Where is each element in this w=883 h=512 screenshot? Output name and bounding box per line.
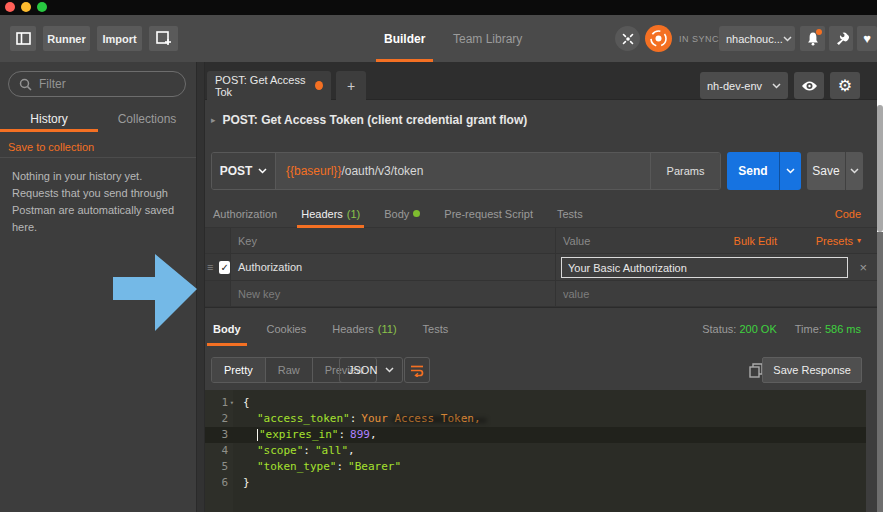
response-tab-cookies[interactable]: Cookies	[267, 308, 307, 350]
save-options-button[interactable]	[845, 152, 863, 190]
copy-icon	[749, 363, 763, 378]
code-line-6: }	[233, 475, 866, 491]
chevron-down-icon	[850, 168, 859, 174]
response-body-editor[interactable]: 1▾ 2 3 4 5 6 { "access_token":Your Acces…	[205, 390, 866, 512]
top-toolbar: Runner Import Builder Team Library	[0, 15, 877, 62]
tab-authorization[interactable]: Authorization	[213, 200, 277, 228]
chevron-down-icon	[783, 36, 792, 42]
time-value: 586 ms	[825, 323, 861, 335]
interceptor-capture-icon	[620, 31, 636, 47]
response-tab-tests[interactable]: Tests	[423, 308, 449, 350]
response-json-code: { "access_token":Your Access Token, "exp…	[233, 395, 866, 491]
tab-headers[interactable]: Headers (1)	[301, 200, 360, 228]
environment-dropdown[interactable]: nh-dev-env	[700, 72, 788, 99]
sync-icon	[648, 28, 669, 49]
page-scrollbar	[877, 0, 883, 512]
code-line-3: "expires_in":899,	[233, 427, 866, 443]
response-tab-body[interactable]: Body	[213, 308, 241, 350]
generate-code-link[interactable]: Code	[835, 208, 861, 220]
response-format-dropdown[interactable]: JSON	[339, 357, 403, 383]
url-input[interactable]: {{baseurl}} /oauth/v3/token	[276, 153, 650, 189]
drag-handle-icon[interactable]: ≡	[207, 261, 213, 273]
status-value: 200 OK	[739, 323, 776, 335]
sidebar-resize-divider[interactable]	[196, 62, 205, 512]
http-method-dropdown[interactable]: POST	[212, 153, 276, 189]
new-value-input[interactable]	[563, 288, 852, 300]
scrollbar-track	[877, 232, 883, 512]
save-response-button[interactable]: Save Response	[762, 357, 862, 383]
wrench-icon	[834, 31, 849, 46]
response-tab-headers[interactable]: Headers (11)	[332, 308, 396, 350]
sidebar-toggle-button[interactable]	[10, 26, 36, 51]
favorites-button[interactable]: ♥	[857, 26, 877, 51]
unsaved-dot-icon	[315, 81, 323, 90]
notifications-button[interactable]	[800, 26, 825, 51]
settings-wrench-button[interactable]	[829, 26, 853, 51]
view-pretty-button[interactable]: Pretty	[212, 358, 265, 382]
request-tab[interactable]: POST: Get Access Tok	[207, 71, 331, 100]
header-key-cell[interactable]: Authorization	[231, 254, 555, 280]
code-line-2: "access_token":Your Access Token,	[233, 411, 866, 427]
response-meta: Status: 200 OK Time: 586 ms	[702, 323, 861, 335]
sync-status-button[interactable]	[645, 25, 672, 52]
body-filled-dot-icon	[413, 210, 420, 217]
save-to-collection-link[interactable]: Save to collection	[8, 141, 94, 153]
code-line-5: "token_type":"Bearer"	[233, 459, 866, 475]
new-key-cell	[231, 281, 555, 306]
heart-icon: ♥	[863, 31, 871, 46]
new-window-icon	[156, 31, 172, 46]
chevron-down-icon	[385, 367, 394, 373]
new-key-input[interactable]	[238, 288, 523, 300]
request-tabstrip: POST: Get Access Tok + nh-dev-env	[205, 62, 877, 100]
delete-row-button[interactable]: ×	[859, 260, 867, 275]
text-cursor	[257, 429, 258, 441]
import-button[interactable]: Import	[97, 26, 142, 51]
new-request-tab-button[interactable]: +	[336, 71, 366, 100]
postman-app-screenshot: Runner Import Builder Team Library	[0, 0, 883, 512]
row-enabled-checkbox[interactable]: ✓	[219, 261, 230, 274]
app-window: Runner Import Builder Team Library	[0, 0, 877, 512]
send-options-button[interactable]	[779, 152, 801, 190]
runner-button[interactable]: Runner	[43, 26, 90, 51]
sidebar-toggle-icon	[16, 32, 31, 45]
tab-body[interactable]: Body	[384, 200, 420, 228]
request-title: POST: Get Access Token (client credentia…	[223, 113, 528, 127]
tab-team-library[interactable]: Team Library	[453, 15, 522, 62]
minimize-window-button[interactable]	[21, 2, 31, 12]
close-window-button[interactable]	[5, 2, 15, 12]
settings-gear-button[interactable]: ⚙	[830, 72, 860, 99]
redaction-smudge	[469, 418, 487, 423]
params-button[interactable]: Params	[650, 153, 720, 189]
environment-quicklook-button[interactable]	[794, 72, 824, 99]
disclosure-triangle-icon[interactable]: ▸	[211, 115, 216, 125]
maximize-window-button[interactable]	[37, 2, 47, 12]
response-tabs: Body Cookies Headers (11) Tests Status: …	[205, 307, 877, 350]
header-value-input[interactable]	[561, 257, 848, 278]
filter-search-box[interactable]	[8, 71, 186, 97]
scrollbar-thumb[interactable]	[877, 105, 883, 232]
history-tab-underline	[0, 129, 98, 132]
url-path: /oauth/v3/token	[341, 164, 423, 178]
caret-down-icon: ▾	[857, 236, 861, 245]
tab-tests[interactable]: Tests	[557, 200, 583, 228]
status-label: Status:	[702, 323, 736, 335]
save-button[interactable]: Save	[807, 152, 845, 190]
send-button[interactable]: Send	[727, 152, 779, 190]
filter-input[interactable]	[39, 77, 175, 91]
headers-count-badge: (1)	[347, 208, 360, 220]
http-method: POST	[220, 164, 253, 178]
chevron-down-icon	[772, 83, 781, 89]
wrap-text-button[interactable]	[404, 357, 430, 383]
username: nhachouc...	[726, 33, 783, 45]
row-handle-cell	[205, 281, 231, 306]
tab-prerequest-script[interactable]: Pre-request Script	[444, 200, 533, 228]
interceptor-button[interactable]	[615, 26, 640, 51]
tab-builder[interactable]: Builder	[384, 15, 425, 62]
new-window-button[interactable]	[149, 26, 178, 51]
presets-dropdown[interactable]: Presets ▾	[816, 235, 861, 247]
bulk-edit-link[interactable]: Bulk Edit	[734, 235, 777, 247]
tab-collections[interactable]: Collections	[98, 106, 196, 132]
request-title-row: ▸ POST: Get Access Token (client credent…	[205, 100, 877, 139]
view-raw-button[interactable]: Raw	[265, 358, 312, 382]
user-menu-dropdown[interactable]: nhachouc...	[719, 26, 795, 51]
